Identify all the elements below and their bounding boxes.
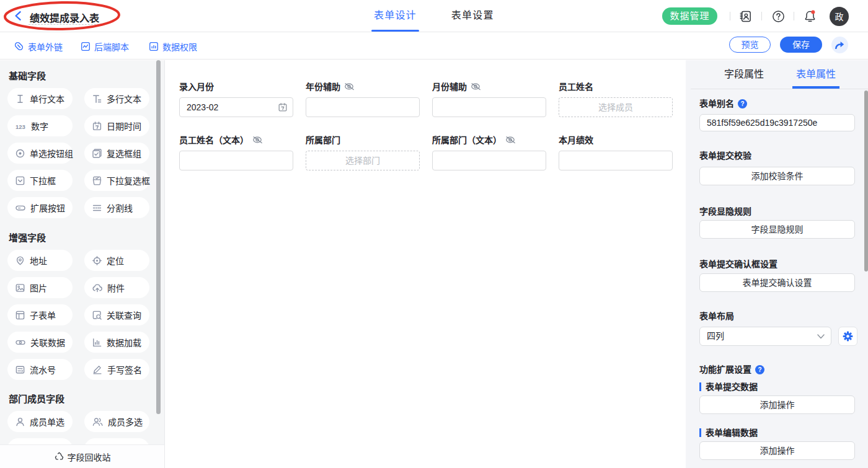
svg-text:?: ? <box>740 100 744 107</box>
svg-text:?: ? <box>758 366 761 373</box>
svg-text:123: 123 <box>16 123 25 130</box>
